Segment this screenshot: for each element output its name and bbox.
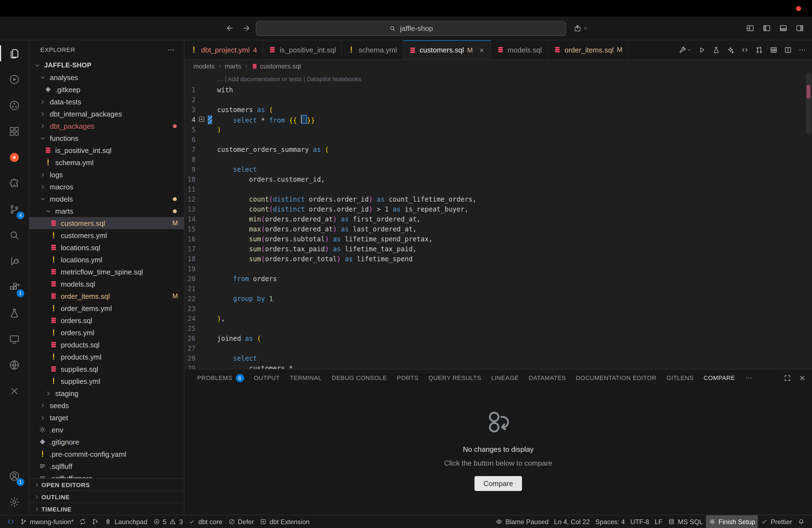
tab-is-positive-int-sql[interactable]: is_positive_int.sql [263, 40, 342, 59]
tab-order-items-sql[interactable]: order_items.sqlM [548, 40, 628, 59]
toggle-secondary-sidebar-icon[interactable] [795, 24, 804, 33]
code-line[interactable]: 7customer_orders_summary as ( [185, 145, 812, 155]
code-line[interactable]: 15 max(orders.ordered_at) as last_ordere… [185, 224, 812, 234]
code-line[interactable]: 23 [185, 304, 812, 314]
activity-remote-explorer[interactable] [0, 326, 29, 352]
tree-file--pre-commit-config-yaml[interactable]: .pre-commit-config.yaml [29, 448, 184, 460]
tree-folder-target[interactable]: target [29, 411, 184, 424]
editor-action-more-actions[interactable] [798, 46, 807, 54]
activity-accounts[interactable]: 1 [0, 463, 29, 489]
code-line[interactable]: 27 [185, 343, 812, 353]
code-line[interactable]: 17 sum(orders.tax_paid) as lifetime_tax_… [185, 244, 812, 254]
tree-file-supplies-yml[interactable]: supplies.yml [29, 375, 184, 387]
activity-globe[interactable] [0, 352, 29, 378]
nav-back-icon[interactable] [226, 24, 234, 33]
sidebar-section-timeline[interactable]: TIMELINE [29, 503, 184, 515]
code-line[interactable]: 9 select [185, 165, 812, 175]
activity-extensions[interactable]: 1 [0, 274, 29, 300]
code-line[interactable]: 5) [185, 125, 812, 135]
tree-file-models-sql[interactable]: models.sql [29, 278, 184, 290]
tree-folder-models[interactable]: models [29, 193, 184, 205]
code-line[interactable]: 11 [185, 185, 812, 194]
activity-search[interactable] [0, 222, 29, 248]
tree-file-customers-sql[interactable]: customers.sqlM [29, 217, 184, 229]
editor-action-query-results[interactable] [769, 46, 778, 54]
tree-folder-seeds[interactable]: seeds [29, 399, 184, 411]
status-dbt-extension[interactable]: dbt Extension [257, 515, 313, 528]
tree-folder-dbt-internal-packages[interactable]: dbt_internal_packages [29, 108, 184, 120]
activity-components[interactable] [0, 118, 29, 144]
activity-run-circle[interactable] [0, 66, 29, 92]
status-problems[interactable]: 53 [150, 515, 186, 528]
tree-file-customers-yml[interactable]: customers.yml [29, 229, 184, 241]
tree-folder-functions[interactable]: functions [29, 132, 184, 144]
sidebar-section-outline[interactable]: OUTLINE [29, 490, 184, 503]
tree-file--env[interactable]: .env [29, 424, 184, 436]
breadcrumb-item[interactable]: models [193, 62, 215, 70]
code-line[interactable]: 24), [185, 314, 812, 324]
status-commit-graph[interactable] [89, 515, 102, 528]
panel-tab-compare[interactable]: COMPARE [698, 369, 740, 386]
panel-tab-terminal[interactable]: TERMINAL [285, 369, 327, 386]
tree-folder-data-tests[interactable]: data-tests [29, 96, 184, 108]
status-cursor-position[interactable]: Ln 4, Col 22 [551, 515, 592, 528]
panel-maximize-panel-icon[interactable] [783, 374, 792, 382]
code-line[interactable]: 22 group by 1 [185, 294, 812, 304]
editor-action-split-editor[interactable] [784, 46, 792, 54]
status-defer[interactable]: Defer [225, 515, 257, 528]
code-line[interactable]: 3customers as ( [185, 105, 812, 115]
status-prettier[interactable]: Prettier [758, 515, 795, 528]
code-line[interactable]: 16 sum(orders.subtotal) as lifetime_spen… [185, 234, 812, 244]
compare-button[interactable]: Compare [475, 476, 522, 491]
tree-file--sqlfluffignore[interactable]: .sqlfluffignore [29, 472, 184, 478]
toggle-primary-sidebar-icon[interactable] [762, 24, 771, 33]
panel-tab-datamates[interactable]: DATAMATES [524, 369, 571, 386]
editor-action-ai-assist[interactable] [726, 46, 735, 54]
panel-more-tabs-icon[interactable] [740, 374, 757, 382]
code-line[interactable]: 18 sum(orders.order_total) as lifetime_s… [185, 254, 812, 264]
activity-puzzle[interactable] [0, 170, 29, 196]
status-encoding[interactable]: UTF-8 [627, 515, 652, 528]
tree-file-is-positive-int-sql[interactable]: is_positive_int.sql [29, 144, 184, 156]
panel-close-panel-icon[interactable] [798, 374, 807, 382]
tree-folder-staging[interactable]: staging [29, 387, 184, 399]
code-editor[interactable]: … | Add documentation or tests | Datapil… [185, 73, 812, 369]
activity-settings[interactable] [0, 489, 29, 515]
tree-file-locations-sql[interactable]: locations.sql [29, 241, 184, 253]
panel-tab-gitlens[interactable]: GITLENS [662, 369, 698, 386]
panel-tab-lineage[interactable]: LINEAGE [487, 369, 524, 386]
activity-run-and-debug[interactable] [0, 248, 29, 274]
add-line-button[interactable] [198, 115, 205, 123]
tree-file-products-yml[interactable]: products.yml [29, 351, 184, 363]
code-line[interactable]: 10 orders.customer_id, [185, 175, 812, 185]
code-line[interactable]: 6 [185, 135, 812, 145]
code-line[interactable]: 4 select * from {{ }} [185, 115, 812, 125]
toggle-panel-icon[interactable] [779, 24, 788, 33]
tree-folder-logs[interactable]: logs [29, 168, 184, 180]
sidebar-section-open-editors[interactable]: OPEN EDITORS [29, 478, 184, 490]
tree-folder-macros[interactable]: macros [29, 180, 184, 193]
scrollbar-thumb[interactable] [806, 73, 811, 134]
status-git-branch[interactable]: mwong-fusion* [17, 515, 76, 528]
editor-action-run-tests[interactable] [712, 46, 720, 54]
code-line[interactable]: 19 [185, 264, 812, 274]
status-finish-setup[interactable]: Finish Setup [706, 515, 758, 528]
tab-dbt-project-yml[interactable]: dbt_project.yml4 [185, 40, 263, 59]
panel-tab-documentation-editor[interactable]: DOCUMENTATION EDITOR [571, 369, 662, 386]
panel-tab-output[interactable]: OUTPUT [249, 369, 285, 386]
status-eol[interactable]: LF [652, 515, 665, 528]
tree-file-orders-yml[interactable]: orders.yml [29, 326, 184, 339]
tree-file-locations-yml[interactable]: locations.yml [29, 253, 184, 266]
status-blame-status[interactable]: Blame Paused [493, 515, 551, 528]
panel-tab-ports[interactable]: PORTS [392, 369, 423, 386]
tree-file-order-items-yml[interactable]: order_items.yml [29, 302, 184, 314]
status-language-mode[interactable]: MS SQL [665, 515, 706, 528]
code-line[interactable]: 2 [185, 95, 812, 105]
editor-action-pull-request[interactable] [755, 46, 764, 54]
tree-file-order-items-sql[interactable]: order_items.sqlM [29, 290, 184, 302]
activity-dbt[interactable] [0, 144, 29, 170]
tree-file--sqlfluff[interactable]: .sqlfluff [29, 460, 184, 472]
editor-scrollbar[interactable] [804, 73, 812, 369]
code-line[interactable]: 1with [185, 85, 812, 95]
status-launchpad[interactable]: Launchpad [102, 515, 150, 528]
